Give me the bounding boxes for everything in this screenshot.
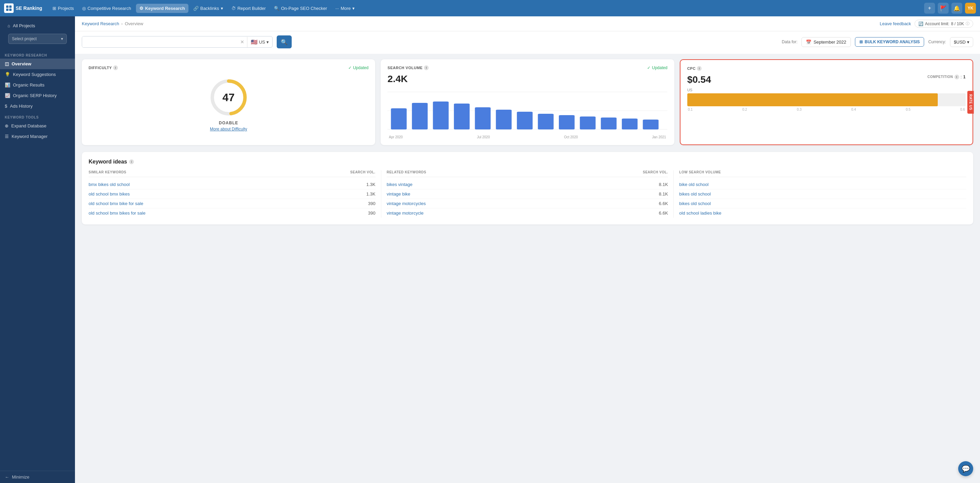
keyword-link[interactable]: old school ladies bike	[679, 210, 966, 216]
nav-more[interactable]: ··· More ▾	[332, 4, 358, 13]
data-for-section: Data for: 📅 September 2022 ⊞ BULK KEYWOR…	[782, 37, 973, 47]
main-layout: ⌂ All Projects Select project ▾ KEYWORD …	[0, 16, 980, 483]
user-avatar[interactable]: YK	[965, 3, 976, 14]
svg-rect-13	[475, 107, 491, 129]
chevron-down-icon: ▾	[221, 6, 223, 11]
flag-code: US	[259, 40, 265, 44]
difficulty-updated-badge: ✓ Updated	[348, 65, 368, 70]
keyword-link[interactable]: vintage motorcycles	[387, 201, 659, 206]
expand-icon: ⊕	[5, 123, 8, 129]
all-projects-link[interactable]: ⌂ All Projects	[4, 21, 71, 31]
cpc-bar-background	[687, 93, 966, 106]
competition-info-icon[interactable]: i	[955, 75, 959, 79]
svg-rect-9	[391, 108, 407, 129]
app-logo[interactable]: SE Ranking	[4, 3, 42, 13]
nav-keyword-research[interactable]: ⚙ Keyword Research	[136, 4, 188, 13]
svg-rect-2	[6, 8, 8, 11]
related-col-header: RELATED KEYWORDS SEARCH VOL.	[387, 170, 668, 177]
chevron-down-icon-flag: ▾	[266, 40, 269, 44]
svg-rect-11	[433, 102, 449, 129]
keyword-link[interactable]: bmx bikes old school	[89, 182, 366, 187]
breadcrumb-current: Overview	[125, 21, 143, 26]
keyword-link[interactable]: old school bmx bike for sale	[89, 201, 368, 206]
svg-rect-17	[559, 115, 574, 129]
search-icon-btn: 🔍	[281, 39, 288, 45]
search-bar-area: oldschool bike ✕ 🇺🇸 US ▾ 🔍 Data for: 📅 S…	[75, 31, 980, 54]
chat-support-button[interactable]: 💬	[958, 461, 973, 476]
project-selector[interactable]: Select project ▾	[8, 34, 67, 44]
check-icon: ✓	[348, 65, 352, 70]
currency-selector[interactable]: $USD ▾	[950, 37, 973, 47]
rate-us-tab[interactable]: RATE US	[967, 91, 974, 114]
keyword-link[interactable]: old school bmx bikes for sale	[89, 210, 368, 216]
breadcrumb: Keyword Research › Overview	[82, 21, 143, 26]
difficulty-value: 47	[223, 91, 235, 104]
sv-info-icon[interactable]: i	[424, 65, 429, 70]
competition-label: COMPETITION i : 1	[928, 74, 966, 79]
keyword-link[interactable]: old school bmx bikes	[89, 191, 366, 197]
more-about-difficulty-link[interactable]: More about Difficulty	[210, 127, 247, 132]
sv-bar-chart: Apr 2020 Jul 2020 Oct 2020 Jan 2021	[387, 89, 667, 139]
date-selector[interactable]: 📅 September 2022	[802, 37, 851, 47]
search-input[interactable]: oldschool bike	[82, 37, 237, 47]
svg-rect-0	[6, 5, 8, 8]
nav-on-page-seo[interactable]: 🔍 On-Page SEO Checker	[270, 4, 331, 13]
logo-icon	[4, 3, 14, 13]
search-country-selector[interactable]: 🇺🇸 US ▾	[247, 37, 272, 47]
keyword-link[interactable]: bikes old school	[679, 191, 966, 197]
difficulty-card: DIFFICULTY i ✓ Updated	[82, 59, 375, 145]
keyword-ideas-info-icon[interactable]: i	[129, 159, 134, 164]
clear-search-button[interactable]: ✕	[237, 39, 247, 44]
table-row: bikes old school	[679, 189, 966, 199]
sidebar-item-organic-results[interactable]: 📊 Organic Results	[0, 80, 75, 90]
account-limit-label: Account limit:	[925, 21, 949, 26]
leave-feedback-link[interactable]: Leave feedback	[880, 21, 911, 26]
keyword-ideas-section: Keyword ideas i SIMILAR KEYWORDS SEARCH …	[82, 152, 973, 224]
nav-report-builder[interactable]: ⏱ Report Builder	[228, 4, 269, 13]
cpc-info-icon[interactable]: i	[697, 66, 702, 71]
sv-card-title: SEARCH VOLUME i	[387, 65, 429, 70]
table-row: old school bmx bikes for sale 390	[89, 208, 375, 218]
svg-rect-1	[9, 5, 11, 8]
cpc-country-label: US	[687, 88, 966, 92]
nav-competitive-research[interactable]: ◎ Competitive Research	[79, 4, 135, 13]
bulk-keyword-analysis-button[interactable]: ⊞ BULK KEYWORD ANALYSIS	[855, 37, 924, 47]
svg-rect-15	[517, 112, 533, 129]
keyword-ideas-grid: SIMILAR KEYWORDS SEARCH VOL. bmx bikes o…	[89, 170, 966, 218]
table-row: old school bmx bikes 1.3K	[89, 189, 375, 199]
sidebar-item-keyword-suggestions[interactable]: 💡 Keyword Suggestions	[0, 69, 75, 80]
minimize-sidebar[interactable]: ← Minimize	[0, 471, 75, 483]
nav-backlinks[interactable]: 🔗 Backlinks ▾	[190, 4, 227, 13]
sidebar-item-overview[interactable]: ◫ Overview	[0, 59, 75, 69]
nav-projects[interactable]: ⊞ Projects	[49, 4, 77, 13]
sidebar-item-ads-history[interactable]: $ Ads History	[0, 101, 75, 111]
flag-button[interactable]: 🚩	[938, 3, 949, 14]
search-button[interactable]: 🔍	[277, 35, 292, 48]
add-button[interactable]: +	[924, 3, 935, 14]
keyword-link[interactable]: bikes old school	[679, 201, 966, 206]
metric-cards-row: DIFFICULTY i ✓ Updated	[82, 59, 973, 145]
keyword-link[interactable]: bike old school	[679, 182, 966, 187]
topbar-right: Leave feedback 🔄 Account limit: 8 / 10K …	[880, 20, 973, 28]
sidebar-item-organic-serp-history[interactable]: 📈 Organic SERP History	[0, 90, 75, 101]
difficulty-info-icon[interactable]: i	[113, 65, 118, 70]
difficulty-donut: 47	[208, 77, 249, 118]
keyword-link[interactable]: vintage motorcycle	[387, 210, 659, 216]
difficulty-card-title: DIFFICULTY i	[89, 65, 118, 70]
keyword-link[interactable]: bikes vintage	[387, 182, 659, 187]
sidebar-item-keyword-manager[interactable]: ☰ Keyword Manager	[0, 131, 75, 142]
table-row: vintage motorcycles 6.6K	[387, 199, 668, 208]
notifications-button[interactable]: 🔔	[951, 3, 962, 14]
chevron-down-icon-project: ▾	[61, 37, 63, 41]
key-icon: ⚙	[139, 6, 143, 11]
breadcrumb-parent[interactable]: Keyword Research	[82, 21, 119, 26]
manager-icon: ☰	[5, 134, 9, 139]
low-volume-keywords-col: LOW SEARCH VOLUME bike old school bikes …	[674, 170, 966, 218]
low-vol-col-header: LOW SEARCH VOLUME	[679, 170, 966, 177]
top-navigation: SE Ranking ⊞ Projects ◎ Competitive Rese…	[0, 0, 980, 16]
sidebar-item-expand-database[interactable]: ⊕ Expand Database	[0, 121, 75, 131]
search-input-wrap: oldschool bike ✕ 🇺🇸 US ▾	[82, 36, 273, 48]
sv-check-icon: ✓	[647, 65, 651, 70]
cpc-bar-fill	[687, 93, 938, 106]
keyword-link[interactable]: vintage bike	[387, 191, 659, 197]
